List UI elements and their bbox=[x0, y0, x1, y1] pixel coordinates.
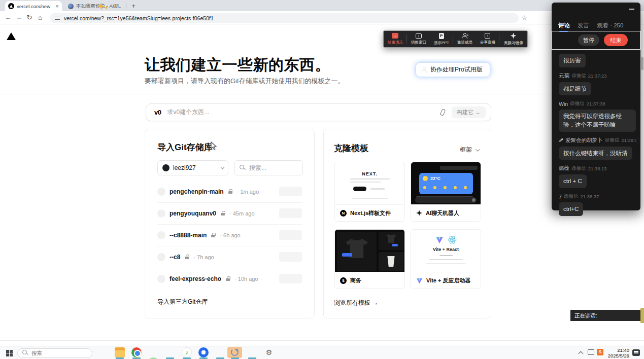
import-third-party-link[interactable]: 导入第三方Git仓库 bbox=[157, 298, 208, 306]
taskbar-search[interactable] bbox=[17, 348, 92, 358]
repo-time: · 6h ago bbox=[220, 232, 275, 238]
file-explorer-icon[interactable] bbox=[115, 347, 125, 357]
template-name: Vite + 反应启动器 bbox=[426, 277, 471, 284]
sparkle-icon bbox=[416, 210, 422, 216]
import-button-skeleton[interactable] bbox=[279, 230, 302, 240]
speaking-accent bbox=[640, 308, 644, 323]
next-wordmark: NEXT. bbox=[335, 171, 404, 176]
pause-button[interactable]: 暂停 bbox=[578, 34, 599, 46]
pro-trial-label: 协作处理Pro试用版 bbox=[430, 65, 483, 74]
tab-speak[interactable]: 发言 bbox=[578, 22, 589, 29]
import-button-skeleton[interactable] bbox=[279, 252, 302, 262]
start-button[interactable] bbox=[6, 350, 13, 356]
browse-all-templates-link[interactable]: 浏览所有模板 → bbox=[334, 299, 378, 307]
page-subtitle: 要部署新项目，请导入现有的Git存储库或开始使用我们的模板之一。 bbox=[145, 77, 345, 86]
site-settings-icon[interactable] bbox=[55, 16, 60, 20]
repo-search-input[interactable] bbox=[249, 164, 295, 171]
template-name: 商务 bbox=[350, 277, 361, 284]
tab-close-icon[interactable]: × bbox=[56, 3, 59, 9]
template-ai-label: AI聊天机器人 bbox=[411, 204, 481, 221]
page-scrollbar[interactable] bbox=[641, 57, 643, 70]
meeting-app-icon[interactable] bbox=[230, 347, 240, 357]
settings-gear-icon[interactable]: ⚙ bbox=[264, 347, 274, 357]
import-button-skeleton[interactable] bbox=[279, 208, 302, 218]
notification-center-icon[interactable] bbox=[632, 349, 640, 356]
message-bubble: 我觉得可以穿透很多经验，这个不属于唠嗑 bbox=[559, 110, 636, 131]
page-title: 让我们建立一些新的东西。 bbox=[145, 55, 330, 76]
blue-circle-app-icon[interactable] bbox=[198, 347, 209, 357]
switch-window-button[interactable]: ↑ 切换窗口 bbox=[407, 31, 430, 47]
reload-icon[interactable]: ↻ bbox=[24, 11, 35, 24]
tab-comments[interactable]: 评论 bbox=[558, 22, 570, 29]
qq-music-icon[interactable]: ♪ bbox=[182, 347, 192, 357]
template-commerce[interactable]: $ 商务 bbox=[334, 229, 405, 289]
tray-s-app-icon[interactable]: S bbox=[597, 349, 603, 355]
import-button-skeleton[interactable] bbox=[279, 187, 302, 196]
tab-ai-chat[interactable]: 不如我帮你说 - AI朋... bbox=[65, 1, 124, 11]
taskbar-search-input[interactable] bbox=[31, 350, 82, 356]
repo-row[interactable]: --c8888-main · 6h ago bbox=[152, 224, 307, 246]
tab-viewers[interactable]: 观看 · 250 bbox=[597, 22, 623, 29]
footer-divider bbox=[0, 340, 644, 341]
chat-list: 很厉害 元菊@微信21:37:23 都是细节 Win@微信21:37:38 我觉… bbox=[559, 54, 636, 221]
nextjs-logo-icon: N bbox=[340, 210, 347, 217]
template-nextjs[interactable]: NEXT. N Next.js样板文件 bbox=[334, 162, 405, 222]
chrome-icon[interactable] bbox=[131, 347, 142, 357]
bookmark-star-icon[interactable]: ☆ bbox=[522, 11, 527, 24]
clock[interactable]: 21:40 2025/5/29 bbox=[607, 348, 629, 359]
template-commerce-label: $ 商务 bbox=[335, 272, 404, 289]
speaking-indicator: 正在讲话: bbox=[570, 310, 640, 321]
repo-avatar bbox=[157, 209, 165, 218]
back-icon[interactable]: ← bbox=[3, 11, 13, 24]
forward-icon[interactable]: → bbox=[14, 11, 24, 24]
person-plus-icon bbox=[421, 67, 427, 73]
template-vite-label: Vite + 反应启动器 bbox=[411, 272, 481, 289]
message-user: 懿薇 bbox=[559, 165, 569, 172]
invite-members-button[interactable]: + 邀请成员 bbox=[453, 31, 476, 47]
framework-filter[interactable]: 框架 bbox=[460, 146, 479, 154]
template-vite-react[interactable]: Vite + React Vite + 反应启动器 bbox=[411, 229, 481, 289]
message-bubble: 都是细节 bbox=[559, 82, 591, 96]
home-icon[interactable]: ⌂ bbox=[35, 11, 45, 24]
end-button[interactable]: 结束 bbox=[604, 34, 628, 46]
end-presentation-button[interactable]: → 结束演示 bbox=[384, 31, 406, 47]
minimize-icon[interactable] bbox=[629, 9, 634, 10]
import-button-skeleton[interactable] bbox=[279, 274, 302, 283]
header-divider bbox=[0, 94, 644, 94]
search-icon bbox=[22, 350, 28, 356]
url-bar[interactable] bbox=[50, 13, 519, 23]
template-ai-chatbot[interactable]: 22°C AI聊天机器人 bbox=[411, 162, 481, 222]
attachment-paperclip-icon[interactable] bbox=[439, 109, 446, 116]
switch-window-icon: ↑ bbox=[416, 33, 422, 39]
search-icon bbox=[240, 165, 246, 171]
clone-templates-title: 克隆模板 bbox=[334, 142, 368, 154]
message-time: 21:37:38 bbox=[587, 101, 605, 106]
repo-search-box[interactable] bbox=[234, 160, 303, 175]
repo-time: · 10h ago bbox=[234, 276, 275, 282]
share-stream-button[interactable]: ↑ 分享直播 bbox=[476, 31, 499, 47]
url-input[interactable] bbox=[64, 15, 480, 21]
message-user: 元菊 bbox=[559, 73, 569, 80]
repo-row[interactable]: pengchenpin-main · 1m ago bbox=[152, 181, 307, 202]
tab2-favicon bbox=[68, 4, 74, 9]
import-git-card: 导入Git存储库 leezi927 pengchenpin-main · 1m … bbox=[145, 129, 315, 318]
commerce-logo-icon: $ bbox=[340, 277, 347, 284]
build-it-button[interactable]: 构建它 → bbox=[452, 106, 486, 118]
git-account-select[interactable]: leezi927 bbox=[157, 160, 228, 175]
message-bubble: ctrl+C bbox=[559, 202, 583, 216]
mouse-cursor bbox=[211, 141, 218, 151]
present-ppt-button[interactable]: P 演示PPT bbox=[430, 31, 453, 47]
new-tab-button[interactable]: + bbox=[129, 2, 138, 11]
tray-window-icon[interactable] bbox=[588, 349, 594, 355]
template-vite-preview: Vite + React bbox=[411, 230, 481, 273]
chat-message: 元菊@微信21:37:23 都是细节 bbox=[559, 73, 636, 101]
repo-row[interactable]: feel-express-echo · 10h ago bbox=[152, 268, 307, 290]
pro-trial-button[interactable]: 协作处理Pro试用版 bbox=[416, 62, 490, 77]
v0-prompt-bar[interactable]: v0 求v0建个东西... 构建它 → bbox=[146, 103, 491, 121]
repo-row[interactable]: pengyouquanv0 · 45m ago bbox=[152, 202, 307, 224]
repo-row[interactable]: --c8 · 7h ago bbox=[152, 246, 307, 268]
beauty-mirror-button[interactable]: 美颜与镜像 bbox=[499, 31, 527, 47]
tab-vercel[interactable]: vercel.com/new × bbox=[5, 1, 62, 11]
import-git-title: 导入Git存储库 bbox=[157, 141, 213, 153]
message-user: 7 bbox=[559, 194, 562, 200]
